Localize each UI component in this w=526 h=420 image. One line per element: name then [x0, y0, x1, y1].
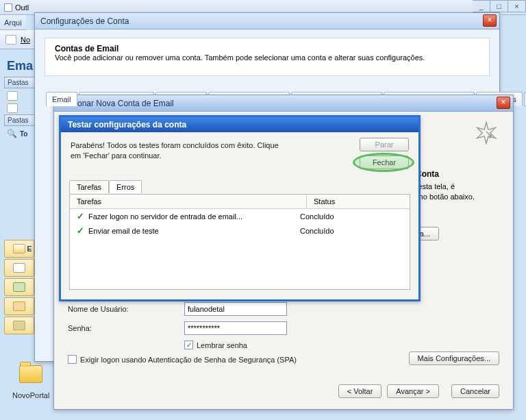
test-settings-title: Testar configurações da conta [68, 120, 186, 129]
col-tasks: Tarefas [70, 195, 307, 208]
minimize-icon[interactable]: _ [473, 0, 490, 12]
test-result-message: Parabéns! Todos os testes foram concluíd… [71, 140, 290, 162]
nav-title: Ema [7, 59, 33, 73]
cursor-star-icon [473, 120, 499, 146]
task-panel: Tarefas Status ✓ Fazer logon no servidor… [69, 194, 410, 290]
password-field[interactable] [184, 321, 287, 335]
nav-header-fav[interactable]: Pastas [4, 77, 38, 88]
window-controls: _ □ × [473, 0, 526, 12]
close-icon[interactable]: × [483, 14, 497, 27]
account-settings-title: Configurações de Conta [40, 16, 129, 26]
back-button[interactable]: < Voltar [338, 384, 382, 398]
task-status: Concluído [300, 212, 403, 221]
outlook-icon [4, 3, 12, 12]
desktop-folder-icon[interactable] [19, 365, 42, 383]
shortcut-tasks[interactable] [4, 297, 34, 315]
toolbar-new[interactable]: No [21, 36, 30, 44]
close-button[interactable]: Fechar [360, 156, 409, 169]
wizard-buttons: < Voltar Avançar > Cancelar [338, 384, 499, 398]
task-row: ✓ Fazer logon no servidor de entrada de … [70, 209, 410, 223]
remember-label: Lembrar senha [197, 341, 247, 349]
shortcut-calendar[interactable] [4, 259, 34, 277]
next-button[interactable]: Avançar > [387, 384, 439, 398]
username-label: Nome de Usuário: [68, 305, 184, 313]
nav-header-mail[interactable]: Pastas [4, 114, 38, 126]
test-settings-titlebar: Testar configurações da conta [61, 117, 418, 132]
spa-checkbox[interactable] [68, 355, 77, 364]
nav-search[interactable]: To [20, 130, 27, 138]
tab-email[interactable]: Email [46, 92, 77, 106]
shortcut-mail[interactable]: E [4, 240, 34, 258]
close-icon[interactable]: × [508, 0, 526, 12]
menu-file[interactable]: Arqui [4, 18, 22, 27]
col-status: Status [307, 195, 410, 208]
check-icon: ✓ [77, 211, 84, 221]
new-icon[interactable] [5, 35, 16, 45]
task-row: ✓ Enviar email de teste Concluído [70, 223, 410, 238]
test-settings-dialog: Testar configurações da conta Parabéns! … [59, 115, 421, 301]
add-account-titlebar: Adicionar Nova Conta de Email × [54, 95, 513, 112]
cancel-button[interactable]: Cancelar [451, 384, 499, 398]
close-icon[interactable]: × [497, 97, 510, 109]
accounts-heading: Contas de Email [55, 44, 118, 53]
task-header: Tarefas Status [70, 195, 410, 209]
shortcut-contacts[interactable] [4, 278, 34, 296]
password-label: Senha: [68, 324, 184, 332]
stop-button: Parar [360, 138, 409, 151]
task-status: Concluído [300, 227, 403, 235]
maximize-icon[interactable]: □ [490, 0, 508, 12]
folder-icon [7, 103, 18, 113]
check-icon: ✓ [77, 225, 84, 236]
spa-label: Exigir logon usando Autenticação de Senh… [80, 356, 299, 364]
username-field[interactable] [184, 302, 287, 316]
account-settings-header: Contas de Email Você pode adicionar ou r… [45, 38, 490, 76]
accounts-sub: Você pode adicionar ou remover uma conta… [55, 53, 425, 62]
desktop-folder-label: NovoPortal [12, 391, 49, 399]
task-name: Fazer logon no servidor de entrada de em… [88, 212, 300, 221]
shortcut-more[interactable] [4, 317, 34, 334]
tab-tasks[interactable]: Tarefas [69, 180, 109, 193]
tab-errors[interactable]: Erros [109, 180, 142, 193]
nav-shortcuts: E [4, 240, 34, 334]
outlook-title: Outl [15, 3, 29, 12]
test-tabs: Tarefas Erros [69, 180, 142, 193]
task-name: Enviar email de teste [88, 227, 300, 235]
remember-checkbox[interactable] [184, 341, 193, 349]
menubar: Arqui [0, 15, 26, 30]
folder-icon [7, 91, 18, 101]
account-settings-titlebar: Configurações de Conta × [35, 13, 499, 29]
